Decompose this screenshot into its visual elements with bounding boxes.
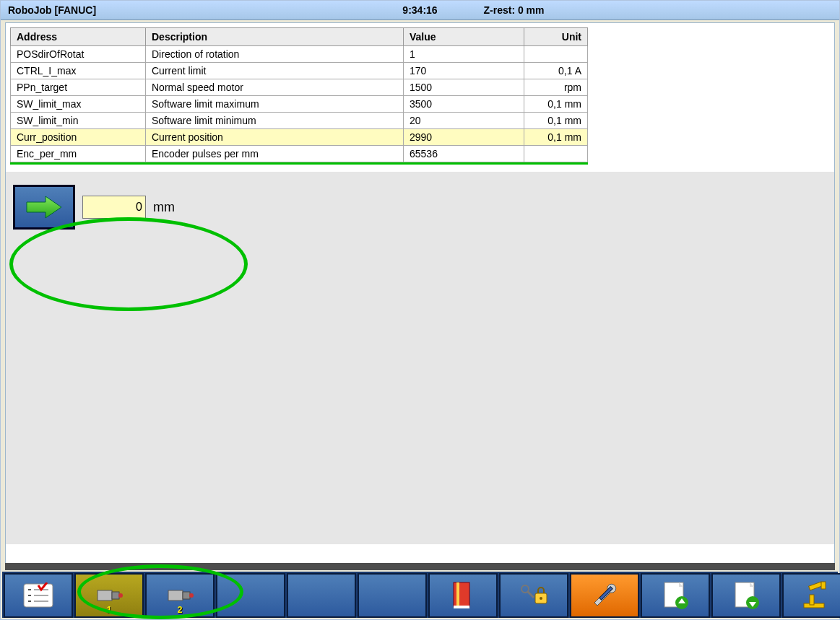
table-row[interactable]: POSdirOfRotatDirection of rotation1	[11, 46, 588, 63]
move-unit-label: mm	[153, 200, 175, 215]
col-value: Value	[404, 28, 524, 46]
svg-rect-15	[456, 582, 459, 607]
parameter-table-wrap: Address Description Value Unit POSdirOfR…	[6, 23, 834, 162]
svg-rect-11	[168, 590, 183, 601]
cell-val: 20	[404, 113, 524, 129]
btn-servo-2[interactable]: 2	[145, 573, 215, 618]
cell-addr: SW_limit_max	[11, 96, 146, 113]
keys-lock-icon	[518, 582, 550, 609]
cell-addr: SW_limit_min	[11, 113, 146, 129]
svg-point-10	[118, 593, 123, 598]
cell-desc: Current limit	[146, 63, 404, 79]
cell-desc: Encoder pulses per mm	[146, 146, 404, 162]
separator-bar	[5, 563, 835, 570]
btn-checklist[interactable]	[4, 573, 73, 618]
btn-upload[interactable]	[641, 573, 710, 618]
cell-unit: 0,1 mm	[524, 113, 588, 129]
cell-addr: Curr_position	[11, 129, 146, 146]
servo-icon	[95, 585, 124, 606]
btn-manual[interactable]	[428, 573, 498, 618]
servo-1-label: 1	[107, 605, 112, 615]
clock: 9:34:16	[1, 4, 839, 16]
cell-desc: Current position	[146, 129, 404, 146]
btn-robot[interactable]	[782, 573, 840, 618]
book-icon	[451, 581, 475, 610]
checklist-icon	[22, 582, 54, 608]
robot-arm-icon	[801, 580, 833, 611]
table-row[interactable]: SW_limit_minSoftware limit minimum200,1 …	[11, 113, 588, 129]
btn-empty-3[interactable]	[358, 573, 427, 618]
cell-addr: Enc_per_mm	[11, 146, 146, 162]
app-window: RoboJob [FANUC] 9:34:16 Z-rest: 0 mm Add…	[0, 0, 840, 620]
arrow-right-icon	[25, 195, 63, 219]
cell-unit	[524, 46, 588, 63]
svg-rect-33	[821, 582, 826, 589]
servo-2-label: 2	[178, 605, 183, 615]
wrench-screwdriver-icon	[590, 581, 619, 610]
move-distance-input[interactable]	[82, 196, 146, 219]
cell-desc: Normal speed motor	[146, 79, 404, 96]
col-address: Address	[11, 28, 146, 46]
servo-icon	[165, 585, 194, 606]
cell-unit	[524, 146, 588, 162]
app-title: RoboJob [FANUC]	[4, 4, 96, 16]
cell-val: 2990	[404, 129, 524, 146]
page-download-icon	[732, 581, 760, 610]
cell-val: 1500	[404, 79, 524, 96]
cell-addr: CTRL_I_max	[11, 63, 146, 79]
svg-line-18	[527, 591, 534, 598]
cell-desc: Direction of rotation	[146, 46, 404, 63]
table-row[interactable]: SW_limit_maxSoftware limit maximum35000,…	[11, 96, 588, 113]
cell-addr: PPn_target	[11, 79, 146, 96]
cell-unit: 0,1 mm	[524, 96, 588, 113]
btn-download[interactable]	[711, 573, 781, 618]
cell-val: 1	[404, 46, 524, 63]
lower-panel: mm	[6, 172, 834, 544]
col-description: Description	[146, 28, 404, 46]
cell-desc: Software limit minimum	[146, 113, 404, 129]
bottom-toolbar: 1 2	[2, 572, 838, 618]
svg-marker-0	[27, 196, 61, 218]
cell-unit: 0,1 mm	[524, 129, 588, 146]
table-row[interactable]: CTRL_I_maxCurrent limit1700,1 A	[11, 63, 588, 79]
go-button[interactable]	[13, 185, 75, 230]
cell-unit: rpm	[524, 79, 588, 96]
main-content: Address Description Value Unit POSdirOfR…	[5, 22, 835, 567]
cell-unit: 0,1 A	[524, 63, 588, 79]
table-row[interactable]: PPn_targetNormal speed motor1500rpm	[11, 79, 588, 96]
svg-rect-14	[454, 582, 469, 607]
table-row[interactable]: Enc_per_mmEncoder pulses per mm65536	[11, 146, 588, 162]
cell-addr: POSdirOfRotat	[11, 46, 146, 63]
cell-val: 3500	[404, 96, 524, 113]
cell-val: 170	[404, 63, 524, 79]
title-bar: RoboJob [FANUC] 9:34:16 Z-rest: 0 mm	[1, 1, 839, 20]
parameter-table: Address Description Value Unit POSdirOfR…	[10, 27, 588, 162]
col-unit: Unit	[524, 28, 588, 46]
svg-rect-16	[454, 606, 469, 608]
btn-empty-1[interactable]	[216, 573, 285, 618]
btn-servo-1[interactable]: 1	[74, 573, 144, 618]
svg-rect-31	[810, 595, 814, 605]
highlight-underline	[10, 162, 588, 165]
table-row[interactable]: Curr_positionCurrent position29900,1 mm	[11, 129, 588, 146]
btn-tools[interactable]	[570, 573, 639, 618]
z-rest-status: Z-rest: 0 mm	[1, 4, 839, 16]
btn-empty-2[interactable]	[287, 573, 356, 618]
svg-rect-32	[809, 582, 823, 590]
cell-val: 65536	[404, 146, 524, 162]
cell-desc: Software limit maximum	[146, 96, 404, 113]
svg-rect-9	[112, 592, 119, 599]
svg-rect-12	[183, 592, 190, 599]
page-upload-icon	[662, 581, 689, 610]
move-control-row: mm	[13, 185, 827, 230]
btn-security[interactable]	[499, 573, 568, 618]
svg-point-13	[189, 593, 194, 598]
svg-point-20	[540, 597, 542, 600]
svg-rect-8	[98, 590, 112, 601]
svg-rect-21	[599, 587, 612, 600]
